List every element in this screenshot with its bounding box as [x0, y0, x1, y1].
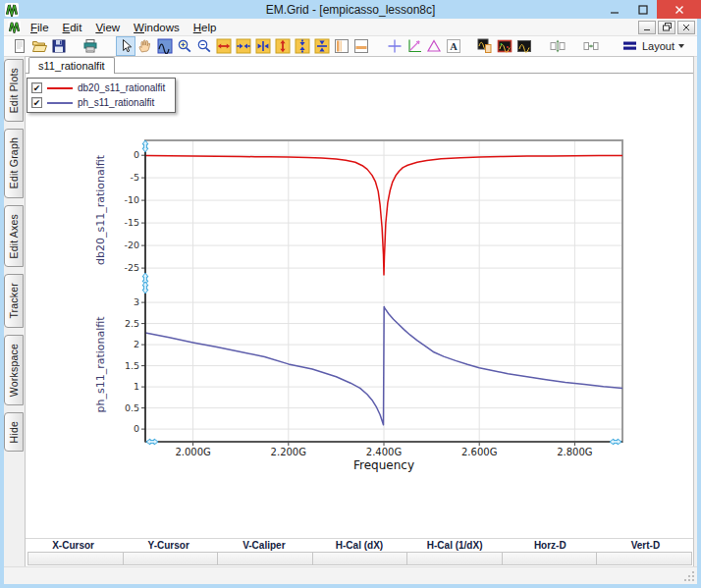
legend-label: ph_s11_rationalfit — [78, 97, 154, 108]
align-vertical-tool[interactable] — [548, 36, 567, 56]
sidebar-tab-label: Tracker — [8, 283, 20, 319]
split-vertical-tool[interactable] — [332, 36, 351, 56]
sidebar-tab-label: Workspace — [8, 344, 20, 397]
h-center-tool[interactable] — [253, 36, 273, 56]
wavered-icon — [497, 38, 512, 54]
sidebar-tab-label: Edit Graph — [8, 137, 20, 188]
mdi-minimize-button[interactable] — [638, 21, 656, 34]
document-tab-s11-rationalfit[interactable]: s11_rationalfit — [28, 57, 115, 74]
y-tick-label: 0 — [134, 149, 139, 160]
y-tick-label: 3 — [134, 296, 139, 307]
cursor-col-header: V-Caliper — [216, 539, 311, 552]
window-border-right — [697, 19, 701, 588]
cursor-col-header: H-Cal (dX) — [311, 539, 406, 552]
mdi-minimize-icon — [643, 24, 651, 31]
cursor-col-header: Vert-D — [598, 539, 693, 552]
layout-menu-button[interactable]: Layout — [617, 36, 690, 56]
delta-marker-tool[interactable] — [424, 36, 444, 56]
window-border-bottom — [0, 584, 701, 588]
sidebar-tab-edit-graph[interactable]: Edit Graph — [4, 129, 24, 197]
h-expand-tool[interactable] — [214, 36, 234, 56]
menu-view[interactable]: View — [88, 20, 127, 35]
new-button[interactable] — [10, 36, 29, 56]
align-horizontal-tool[interactable] — [581, 36, 601, 56]
axes-icon — [406, 38, 422, 54]
y-tick-label: -5 — [131, 172, 139, 183]
resize-grip[interactable] — [683, 570, 695, 582]
mdi-window-buttons — [638, 21, 695, 34]
mdi-restore-button[interactable] — [658, 21, 675, 34]
clip-waveform-tool[interactable] — [475, 36, 495, 56]
crosshair-icon — [387, 38, 403, 54]
vcenter-icon — [314, 38, 330, 54]
sidebar-tab-label: Edit Plots — [8, 68, 20, 113]
x-tick-label: 2.200G — [271, 447, 306, 457]
cursor-col-header: H-Cal (1/dX) — [407, 539, 503, 552]
sidebar-tab-edit-plots[interactable]: Edit Plots — [4, 59, 24, 122]
chart-canvas: 0-5-10-15-20-25db20_s11_rationalfit00.51… — [79, 133, 630, 478]
v-shrink-tool[interactable] — [293, 36, 312, 56]
menu-help[interactable]: Help — [187, 20, 224, 35]
sidebar-tab-workspace[interactable]: Workspace — [4, 335, 24, 405]
text-annotation-tool[interactable]: A — [444, 36, 463, 56]
legend-checkbox[interactable]: ✔ — [31, 97, 42, 108]
menu-file[interactable]: File — [24, 20, 56, 35]
cursor-value-cell — [27, 552, 124, 565]
zoom-out-tool[interactable] — [194, 36, 214, 56]
svg-text:A: A — [450, 41, 458, 52]
plot-legend: ✔db20_s11_rationalfit✔ph_s11_rationalfit — [27, 78, 176, 113]
y-tick-label: 1 — [134, 381, 139, 392]
cursor-col-header: Horz-D — [503, 539, 598, 552]
window-title: EM.Grid - [empicasso_lesson8c] — [0, 3, 701, 17]
waveform-window-tool[interactable] — [495, 36, 514, 56]
minimize-icon — [610, 5, 620, 15]
sidebar-tab-tracker[interactable]: Tracker — [4, 274, 24, 328]
zoom-in-tool[interactable] — [175, 36, 194, 56]
maximize-button[interactable] — [628, 0, 657, 19]
app-window: EM.Grid - [empicasso_lesson8c] FileEditV… — [0, 0, 701, 588]
cursor-col-header: X-Cursor — [26, 539, 121, 552]
sidebar-tab-hide[interactable]: Hide — [4, 412, 24, 452]
legend-label: db20_s11_rationalfit — [78, 82, 165, 93]
titlebar[interactable]: EM.Grid - [empicasso_lesson8c] — [0, 0, 701, 19]
close-icon — [674, 5, 684, 15]
pointer-tool[interactable] — [116, 36, 135, 56]
plot-select-tool[interactable] — [155, 36, 175, 56]
document-logo-icon — [8, 21, 21, 33]
menu-edit[interactable]: Edit — [56, 20, 89, 35]
boxesv-icon — [550, 38, 566, 54]
hcenter-icon — [255, 38, 271, 54]
h-shrink-tool[interactable] — [234, 36, 253, 56]
legend-checkbox[interactable]: ✔ — [31, 82, 42, 93]
crosshair-tool[interactable] — [385, 36, 404, 56]
waveblue-icon — [157, 38, 173, 54]
toolbar: ALayout — [4, 36, 697, 57]
minimize-button[interactable] — [600, 0, 628, 19]
print-button[interactable] — [81, 36, 100, 56]
menu-items: FileEditViewWindowsHelp — [24, 20, 223, 35]
legend-entry: ✔db20_s11_rationalfit — [31, 81, 165, 94]
x-tick-label: 2.000G — [175, 447, 210, 457]
sidebar-tab-edit-axes[interactable]: Edit Axes — [4, 205, 24, 268]
v-center-tool[interactable] — [312, 36, 332, 56]
open-button[interactable] — [29, 36, 49, 56]
legend-line-sample — [47, 87, 73, 89]
waveform-overlay-tool[interactable] — [514, 36, 534, 56]
y-tick-label: 1.5 — [125, 360, 139, 371]
menu-windows[interactable]: Windows — [127, 20, 187, 35]
axes-marker-tool[interactable] — [404, 36, 424, 56]
close-button[interactable] — [657, 0, 701, 19]
caret-down-icon — [678, 44, 684, 48]
split-horizontal-tool[interactable] — [351, 36, 371, 56]
v-expand-tool[interactable] — [273, 36, 293, 56]
x-tick-label: 2.600G — [461, 447, 497, 457]
y-tick-label: -10 — [124, 194, 139, 205]
mdi-close-button[interactable] — [677, 21, 695, 34]
save-button[interactable] — [49, 36, 69, 56]
cursor-readout-headers: X-CursorY-CursorV-CaliperH-Cal (dX)H-Cal… — [26, 538, 693, 552]
wavedark-icon — [516, 38, 532, 54]
vexpand-icon — [275, 38, 291, 54]
vshrink-icon — [295, 38, 310, 54]
pan-tool[interactable] — [135, 36, 155, 56]
x-axis-title: Frequency — [353, 458, 414, 472]
